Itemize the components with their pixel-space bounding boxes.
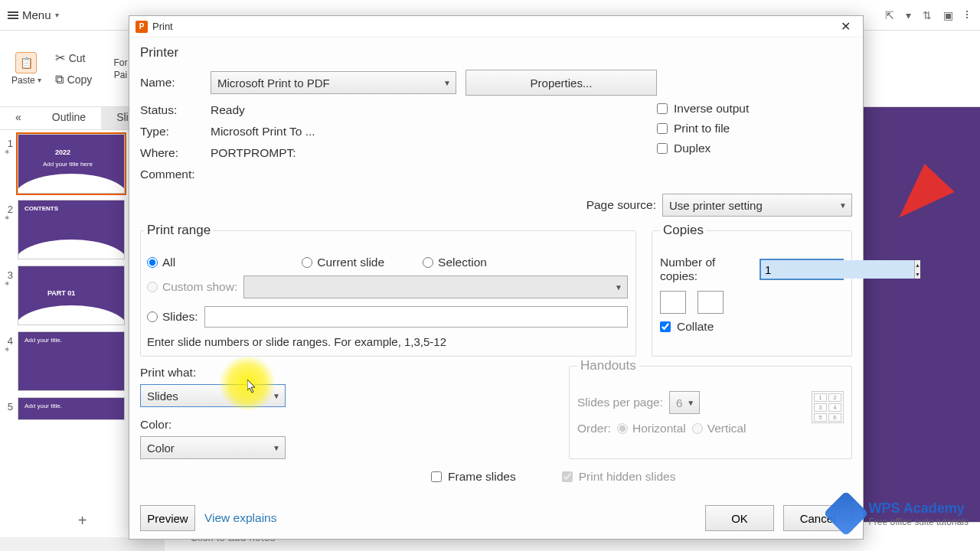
copies-spinner[interactable]: ▲▼ <box>760 259 844 280</box>
copies-input[interactable] <box>761 260 914 279</box>
page-source-label: Page source: <box>586 198 656 212</box>
handouts-heading: Handouts <box>577 358 639 373</box>
chevron-down-icon: ▼ <box>615 283 622 292</box>
collate-diagram-icon <box>697 291 724 314</box>
range-slides-radio[interactable]: Slides: <box>147 310 198 324</box>
dialog-title: Print <box>152 21 173 32</box>
print-range-group: Print range All Current slide Selection … <box>140 230 636 357</box>
frame-slides-checkbox[interactable]: Frame slides <box>431 470 516 484</box>
order-horizontal-radio: Horizontal <box>617 422 686 435</box>
cursor-icon <box>247 380 256 393</box>
copies-label: Number of copies: <box>660 256 755 283</box>
slides-per-page-label: Slides per page: <box>577 396 663 409</box>
window-icon[interactable]: ▣ <box>943 9 953 21</box>
menubar-right-group: ⇱ ▾ ⇅ ▣ ⠇ <box>885 9 972 21</box>
chevron-down-icon: ▾ <box>55 11 59 19</box>
printer-heading: Printer <box>140 45 852 60</box>
spin-down-icon[interactable]: ▼ <box>915 269 920 279</box>
range-custom-show-radio: Custom show: <box>147 280 237 294</box>
range-current-radio[interactable]: Current slide <box>302 256 384 269</box>
inverse-output-checkbox[interactable]: Inverse output <box>657 102 852 116</box>
chevron-left-icon[interactable]: « <box>0 107 37 129</box>
range-all-radio[interactable]: All <box>147 256 175 269</box>
color-label: Color: <box>140 418 554 432</box>
status-label: Status: <box>140 103 211 117</box>
outline-tab[interactable]: Outline <box>37 107 101 129</box>
more-icon[interactable]: ▾ <box>906 9 911 21</box>
page-source-select[interactable]: Use printer setting ▼ <box>662 194 852 217</box>
comment-label: Comment: <box>140 168 211 181</box>
hamburger-icon <box>8 10 18 21</box>
menu-button[interactable]: Menu ▾ <box>8 8 59 21</box>
close-button[interactable]: ✕ <box>835 18 857 35</box>
paste-group[interactable]: 📋 Paste▾ <box>8 48 45 90</box>
custom-show-select: ▼ <box>243 276 628 298</box>
dialog-titlebar[interactable]: P Print ✕ <box>129 16 863 37</box>
overflow-icon[interactable]: ⠇ <box>965 9 972 21</box>
print-what-select[interactable]: Slides ▼ <box>140 384 286 407</box>
cancel-button[interactable]: Cancel <box>783 505 852 531</box>
chevron-down-icon: ▼ <box>839 201 847 210</box>
menu-label: Menu <box>22 8 51 21</box>
print-hidden-slides-checkbox: Print hidden slides <box>562 470 676 484</box>
app-icon: P <box>136 21 148 33</box>
duplex-checkbox[interactable]: Duplex <box>657 142 852 155</box>
range-selection-radio[interactable]: Selection <box>423 256 487 269</box>
range-hint: Enter slide numbers or slide ranges. For… <box>144 335 628 348</box>
paste-label: Paste <box>11 75 35 86</box>
print-dialog: P Print ✕ Printer Name: Microsoft Print … <box>129 15 864 540</box>
print-what-label: Print what: <box>140 366 554 380</box>
dialog-footer: Preview View explains OK Cancel <box>129 497 863 539</box>
type-label: Type: <box>140 125 211 139</box>
order-vertical-radio: Vertical <box>692 422 746 435</box>
order-label: Order: <box>577 422 611 435</box>
chevron-down-icon: ▼ <box>273 392 280 400</box>
sort-icon[interactable]: ⇅ <box>923 9 932 21</box>
preview-button[interactable]: Preview <box>140 505 195 531</box>
status-value: Ready <box>211 103 245 117</box>
copy-button[interactable]: ⧉Copy <box>53 70 95 89</box>
ok-button[interactable]: OK <box>705 505 774 531</box>
chevron-down-icon: ▼ <box>443 79 451 87</box>
slide-thumbnail[interactable]: Add your title. <box>18 397 125 420</box>
where-value: PORTPROMPT: <box>211 146 296 160</box>
clipboard-icon: 📋 <box>15 52 37 73</box>
chevron-down-icon: ▼ <box>273 444 280 452</box>
handouts-group: Handouts Slides per page: 6 ▼ Order: <box>569 366 852 459</box>
paper-plane-graphic <box>883 157 955 217</box>
slides-range-input[interactable] <box>204 306 628 328</box>
cut-button[interactable]: ✂Cut <box>53 48 95 67</box>
slide-thumbnail[interactable]: Add your title. <box>18 331 125 391</box>
where-label: Where: <box>140 146 211 160</box>
collate-diagram-icon <box>660 291 686 314</box>
slide-thumbnail[interactable]: PART 01 <box>18 266 125 325</box>
copy-icon: ⧉ <box>55 73 64 86</box>
copies-group: Copies Number of copies: ▲▼ Collate <box>652 230 852 357</box>
type-value: Microsoft Print To ... <box>211 125 315 139</box>
printer-name-select[interactable]: Microsoft Print to PDF ▼ <box>211 71 456 94</box>
properties-button[interactable]: Properties... <box>466 70 657 96</box>
collate-checkbox[interactable]: Collate <box>660 320 844 334</box>
view-explains-link[interactable]: View explains <box>204 511 277 525</box>
spin-up-icon[interactable]: ▲ <box>915 260 920 269</box>
color-select[interactable]: Color ▼ <box>140 436 286 459</box>
printer-name-label: Name: <box>140 76 211 90</box>
share-icon[interactable]: ⇱ <box>885 9 894 21</box>
slide-thumbnail[interactable]: CONTENTS <box>18 200 125 259</box>
chevron-down-icon: ▼ <box>687 399 694 407</box>
chevron-down-icon: ▾ <box>38 76 41 84</box>
handout-layout-icon: 123456 <box>812 391 844 423</box>
scissors-icon: ✂ <box>55 51 65 65</box>
copies-heading: Copies <box>660 223 707 238</box>
print-to-file-checkbox[interactable]: Print to file <box>657 122 852 135</box>
slide-thumbnail[interactable]: 2022 Add your title here <box>18 134 125 194</box>
slides-per-page-select: 6 ▼ <box>669 391 700 414</box>
print-range-heading: Print range <box>144 223 214 238</box>
